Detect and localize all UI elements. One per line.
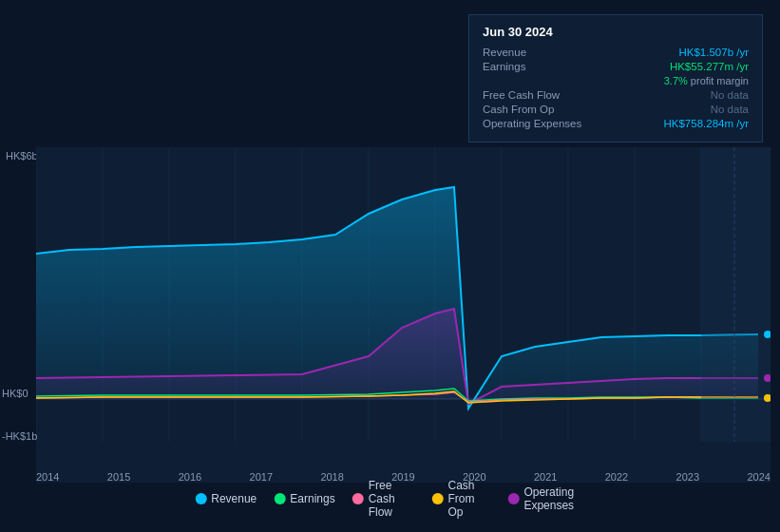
legend-item-fcf[interactable]: Free Cash Flow bbox=[352, 479, 415, 519]
tooltip-row-margin: 3.7% profit margin bbox=[483, 75, 749, 86]
tooltip-title: Jun 30 2024 bbox=[483, 25, 749, 39]
tooltip-value-opex: HK$758.284m /yr bbox=[664, 118, 750, 129]
tooltip-value-cashop: No data bbox=[711, 104, 749, 115]
legend-dot-cashop bbox=[431, 493, 443, 504]
x-label-2015: 2015 bbox=[107, 471, 130, 483]
tooltip-value-earnings: HK$55.277m /yr bbox=[670, 61, 749, 72]
tooltip-label-opex: Operating Expenses bbox=[483, 118, 587, 129]
tooltip-value-fcf: No data bbox=[711, 89, 749, 101]
x-label-2023: 2023 bbox=[676, 471, 699, 483]
x-label-2022: 2022 bbox=[605, 471, 628, 483]
y-label-neg: -HK$1b bbox=[2, 430, 37, 442]
y-label-top: HK$6b bbox=[6, 150, 38, 162]
tooltip-box: Jun 30 2024 Revenue HK$1.507b /yr Earnin… bbox=[468, 14, 763, 142]
tooltip-row-fcf: Free Cash Flow No data bbox=[483, 89, 749, 101]
tooltip-label-earnings: Earnings bbox=[483, 61, 587, 72]
x-label-2024: 2024 bbox=[747, 471, 770, 483]
legend-dot-earnings bbox=[274, 493, 285, 504]
legend-item-opex[interactable]: Operating Expenses bbox=[507, 485, 584, 512]
legend-dot-revenue bbox=[195, 493, 206, 504]
legend-label-opex: Operating Expenses bbox=[523, 485, 584, 512]
legend-dot-opex bbox=[507, 493, 519, 504]
tooltip-row-revenue: Revenue HK$1.507b /yr bbox=[483, 47, 749, 58]
tooltip-row-opex: Operating Expenses HK$758.284m /yr bbox=[483, 118, 749, 129]
tooltip-value-revenue: HK$1.507b /yr bbox=[678, 47, 749, 58]
tooltip-row-cashop: Cash From Op No data bbox=[483, 104, 749, 115]
legend-label-cashop: Cash From Op bbox=[447, 479, 490, 519]
legend-label-revenue: Revenue bbox=[211, 492, 257, 505]
tooltip-label-revenue: Revenue bbox=[483, 47, 587, 58]
legend-label-earnings: Earnings bbox=[290, 492, 334, 505]
svg-rect-15 bbox=[701, 147, 770, 442]
chart-svg: HK$0 bbox=[36, 147, 770, 483]
legend-label-fcf: Free Cash Flow bbox=[369, 479, 415, 519]
chart-legend: Revenue Earnings Free Cash Flow Cash Fro… bbox=[195, 479, 585, 519]
tooltip-value-margin: 3.7% profit margin bbox=[664, 75, 749, 86]
tooltip-row-earnings: Earnings HK$55.277m /yr bbox=[483, 61, 749, 72]
tooltip-label-margin bbox=[483, 75, 587, 86]
tooltip-label-fcf: Free Cash Flow bbox=[483, 89, 587, 101]
legend-item-cashop[interactable]: Cash From Op bbox=[431, 479, 490, 519]
legend-item-revenue[interactable]: Revenue bbox=[195, 492, 257, 505]
legend-item-earnings[interactable]: Earnings bbox=[274, 492, 334, 505]
tooltip-label-cashop: Cash From Op bbox=[483, 104, 587, 115]
chart-container: Jun 30 2024 Revenue HK$1.507b /yr Earnin… bbox=[0, 0, 780, 532]
legend-dot-fcf bbox=[352, 493, 364, 504]
x-label-2014: 2014 bbox=[36, 471, 59, 483]
y-label-zero: HK$0 bbox=[2, 388, 29, 399]
